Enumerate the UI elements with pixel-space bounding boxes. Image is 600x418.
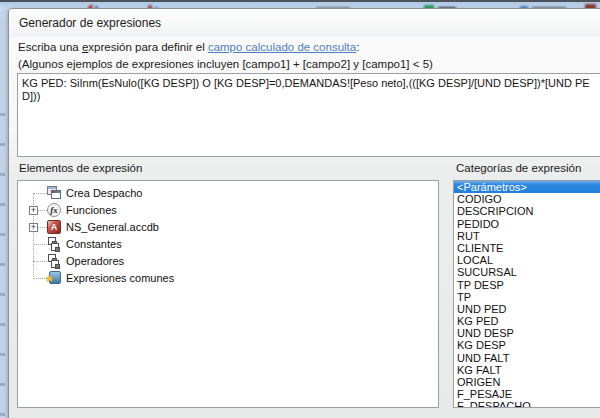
common-expressions-icon: ★ xyxy=(47,271,61,285)
category-item[interactable]: DESCRIPCION xyxy=(454,205,600,217)
database-icon: A xyxy=(47,220,61,234)
instruction-text: Escriba una xyxy=(18,41,82,53)
categories-panel-label: Categorías de expresión xyxy=(456,162,581,174)
elements-panel-label: Elementos de expresión xyxy=(19,162,142,174)
instruction-text: : xyxy=(356,41,359,53)
expression-input[interactable]: KG PED: SiInm(EsNulo([KG DESP]) O [KG DE… xyxy=(17,73,600,157)
expand-icon[interactable]: + xyxy=(29,206,38,215)
instruction-line: Escriba una expresión para definir el ca… xyxy=(18,41,359,53)
tree-item-operadores[interactable]: Operadores xyxy=(18,253,438,270)
category-item[interactable]: TP xyxy=(454,291,600,303)
category-item[interactable]: SUCURSAL xyxy=(454,266,600,278)
background-navigation-pane xyxy=(0,13,8,418)
category-item[interactable]: CODIGO xyxy=(454,193,600,205)
navigation-pane-text-blur xyxy=(0,113,5,418)
help-link[interactable]: campo calculado de consulta xyxy=(208,41,356,53)
category-item[interactable]: F_DESPACHO xyxy=(454,400,600,408)
query-icon xyxy=(47,186,61,200)
category-item[interactable]: KG PED xyxy=(454,315,600,327)
category-item[interactable]: KG DESP xyxy=(454,339,600,351)
tree-item-label: Funciones xyxy=(66,202,117,219)
category-item[interactable]: KG FALT xyxy=(454,364,600,376)
tree-item-label: NS_General.accdb xyxy=(66,219,159,236)
tree-connector xyxy=(33,244,47,245)
tree-item-expresiones-comunes[interactable]: ★ Expresiones comunes xyxy=(18,270,438,287)
category-item[interactable]: CLIENTE xyxy=(454,242,600,254)
instruction-example: (Algunos ejemplos de expresiones incluye… xyxy=(18,58,433,70)
category-item-selected[interactable]: <Parámetros> xyxy=(454,181,600,193)
category-item[interactable]: F_PESAJE xyxy=(454,388,600,400)
instruction-text: xpresión para definir el xyxy=(88,41,208,53)
tree-item-label: Constantes xyxy=(66,236,122,253)
tree-item-label: Crea Despacho xyxy=(66,185,142,202)
tree-connector xyxy=(33,193,47,194)
expression-elements-tree: Crea Despacho + fx Funciones + A NS_Gene… xyxy=(17,180,439,408)
functions-icon: fx xyxy=(47,203,61,217)
category-item[interactable]: LOCAL xyxy=(454,254,600,266)
screen: { "background": { "ribbon_note": "blurre… xyxy=(0,0,600,418)
tree-item-label: Operadores xyxy=(66,253,124,270)
tree-connector xyxy=(33,261,47,262)
category-item[interactable]: TP DESP xyxy=(454,279,600,291)
tree-item-ns-general-accdb[interactable]: + A NS_General.accdb xyxy=(18,219,438,236)
category-item[interactable]: PEDIDO xyxy=(454,218,600,230)
tree-item-constantes[interactable]: Constantes xyxy=(18,236,438,253)
tree-item-crea-despacho[interactable]: Crea Despacho xyxy=(18,185,438,202)
tree-item-label: Expresiones comunes xyxy=(66,270,174,287)
expand-icon[interactable]: + xyxy=(29,223,38,232)
dialog-title: Generador de expresiones xyxy=(19,16,161,30)
expression-categories-list: <Parámetros> CODIGO DESCRIPCION PEDIDO R… xyxy=(453,180,600,408)
dialog-title-bar[interactable]: Generador de expresiones xyxy=(9,9,600,37)
category-item[interactable]: RUT xyxy=(454,230,600,242)
category-item[interactable]: UND PED xyxy=(454,303,600,315)
category-item[interactable]: UND DESP xyxy=(454,327,600,339)
expression-builder-dialog: Generador de expresiones Escriba una exp… xyxy=(8,8,600,418)
category-item[interactable]: UND FALT xyxy=(454,352,600,364)
operators-icon xyxy=(47,254,61,268)
category-item[interactable]: ORIGEN xyxy=(454,376,600,388)
tree-item-funciones[interactable]: + fx Funciones xyxy=(18,202,438,219)
constants-icon xyxy=(47,237,61,251)
